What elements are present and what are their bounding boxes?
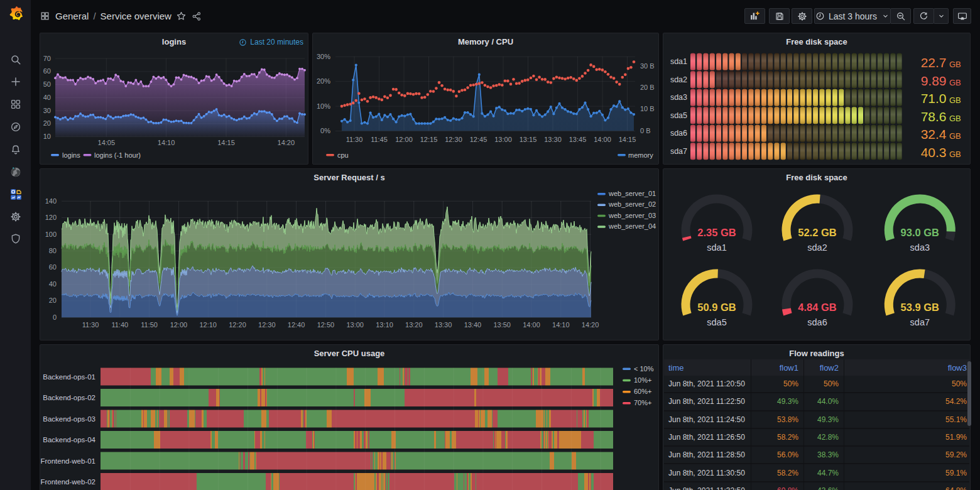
svg-text:sda2: sda2 [807, 242, 827, 253]
svg-text:13:50: 13:50 [493, 321, 511, 329]
svg-text:13:00: 13:00 [346, 321, 364, 329]
svg-text:memory: memory [628, 151, 653, 159]
svg-text:22.7: 22.7 [921, 55, 947, 70]
svg-text:13:30: 13:30 [435, 321, 452, 329]
svg-text:GB: GB [949, 150, 961, 159]
svg-text:14:10: 14:10 [158, 139, 175, 146]
svg-text:11:30: 11:30 [82, 321, 99, 329]
svg-text:11:45: 11:45 [371, 136, 388, 143]
svg-text:13:45: 13:45 [569, 136, 587, 143]
svg-text:20%: 20% [317, 77, 330, 85]
svg-text:60: 60 [49, 263, 57, 271]
svg-text:0: 0 [53, 313, 57, 321]
svg-text:11:30: 11:30 [346, 136, 363, 143]
svg-text:12:30: 12:30 [445, 136, 462, 143]
svg-text:60%+: 60%+ [634, 388, 651, 395]
svg-text:78.6: 78.6 [921, 109, 947, 124]
svg-text:Backend-ops-03: Backend-ops-03 [43, 415, 95, 423]
svg-text:14:15: 14:15 [217, 139, 235, 146]
svg-text:Backend-ops-04: Backend-ops-04 [43, 436, 95, 444]
svg-text:80: 80 [49, 247, 57, 254]
svg-text:11:40: 11:40 [111, 321, 128, 329]
svg-text:< 10%: < 10% [634, 365, 654, 373]
svg-text:60: 60 [43, 67, 51, 75]
svg-text:Backend-ops-01: Backend-ops-01 [43, 373, 95, 381]
svg-text:13:30: 13:30 [544, 136, 562, 143]
svg-text:0%: 0% [320, 127, 330, 134]
svg-text:20: 20 [49, 297, 57, 304]
svg-text:12:20: 12:20 [229, 321, 246, 329]
svg-text:0 B: 0 B [640, 127, 651, 134]
svg-text:70%+: 70%+ [634, 399, 651, 406]
svg-text:13:40: 13:40 [464, 321, 482, 329]
svg-text:50: 50 [43, 80, 51, 88]
svg-text:GB: GB [949, 114, 961, 123]
svg-text:140: 140 [45, 197, 57, 205]
svg-text:sda3: sda3 [670, 93, 687, 102]
svg-text:120: 120 [45, 214, 57, 221]
svg-text:40.3: 40.3 [921, 145, 947, 160]
svg-text:14:10: 14:10 [552, 321, 570, 329]
svg-text:GB: GB [949, 60, 961, 69]
svg-text:10 B: 10 B [640, 105, 655, 112]
svg-text:GB: GB [949, 95, 961, 105]
svg-text:GB: GB [949, 78, 961, 87]
svg-text:12:50: 12:50 [317, 321, 335, 329]
svg-text:40: 40 [43, 94, 51, 101]
svg-text:12:30: 12:30 [258, 321, 276, 329]
svg-text:14:15: 14:15 [619, 136, 636, 143]
svg-text:sda5: sda5 [670, 111, 687, 120]
svg-text:web_server_02: web_server_02 [608, 200, 656, 208]
svg-text:9.89: 9.89 [921, 74, 947, 88]
svg-text:GB: GB [949, 131, 961, 141]
svg-text:14:20: 14:20 [582, 321, 599, 329]
svg-text:53.9 GB: 53.9 GB [901, 302, 940, 313]
svg-text:11:50: 11:50 [141, 321, 158, 329]
svg-text:30 B: 30 B [640, 62, 655, 70]
svg-text:sda7: sda7 [670, 147, 687, 156]
svg-text:52.2 GB: 52.2 GB [798, 227, 837, 238]
svg-text:14:20: 14:20 [278, 139, 295, 146]
svg-text:20 B: 20 B [640, 84, 655, 91]
svg-text:sda3: sda3 [910, 242, 930, 253]
svg-text:70: 70 [43, 55, 51, 62]
svg-text:cpu: cpu [337, 151, 349, 159]
svg-text:71.0: 71.0 [921, 91, 947, 106]
svg-text:40: 40 [49, 280, 57, 288]
svg-text:30%: 30% [317, 53, 330, 60]
svg-text:Frontend-web-02: Frontend-web-02 [40, 478, 95, 486]
svg-text:sda5: sda5 [707, 317, 726, 327]
svg-text:web_server_01: web_server_01 [608, 190, 656, 197]
svg-text:12:00: 12:00 [170, 321, 188, 329]
svg-text:13:10: 13:10 [376, 321, 393, 329]
svg-text:13:00: 13:00 [494, 136, 512, 143]
svg-text:12:45: 12:45 [470, 136, 487, 143]
svg-text:web_server_03: web_server_03 [608, 212, 656, 219]
svg-text:13:15: 13:15 [520, 136, 537, 143]
svg-text:sda6: sda6 [670, 129, 687, 138]
svg-text:32.4: 32.4 [921, 127, 947, 141]
svg-text:93.0 GB: 93.0 GB [901, 227, 940, 238]
svg-text:2.35 GB: 2.35 GB [697, 227, 736, 238]
svg-text:50.9 GB: 50.9 GB [697, 302, 736, 313]
svg-text:web_server_04: web_server_04 [608, 222, 656, 230]
svg-text:14:00: 14:00 [523, 321, 540, 329]
svg-text:12:00: 12:00 [395, 136, 413, 143]
svg-text:13:20: 13:20 [405, 321, 423, 329]
svg-text:sda2: sda2 [670, 75, 687, 84]
svg-text:logins: logins [62, 151, 80, 159]
svg-text:logins (-1 hour): logins (-1 hour) [94, 151, 141, 159]
svg-text:sda1: sda1 [707, 242, 726, 253]
svg-text:Frontend-web-01: Frontend-web-01 [40, 457, 95, 465]
svg-text:12:15: 12:15 [420, 136, 438, 143]
svg-text:Backend-ops-02: Backend-ops-02 [43, 394, 95, 401]
svg-text:10: 10 [43, 133, 51, 140]
svg-text:20: 20 [43, 119, 51, 127]
svg-text:sda1: sda1 [670, 57, 687, 66]
svg-text:10%: 10% [317, 102, 330, 110]
svg-text:12:40: 12:40 [288, 321, 305, 329]
svg-text:12:10: 12:10 [199, 321, 217, 329]
svg-text:100: 100 [45, 231, 57, 238]
svg-text:14:05: 14:05 [98, 139, 116, 146]
svg-text:sda7: sda7 [910, 317, 930, 327]
